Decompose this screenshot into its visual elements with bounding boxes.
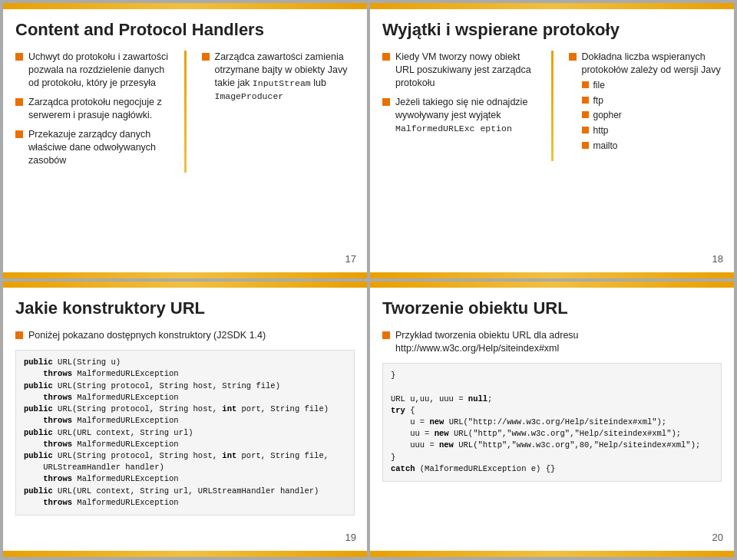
slide-18-col2: Dokładna liczba wspieranych protokołów z… <box>569 51 722 161</box>
slide-17-bullets-1: Uchwyt do protokołu i zawartości pozwala… <box>15 51 169 166</box>
list-item: http <box>582 125 622 137</box>
bullet-text: Przekazuje zarządcy danych właściwe dane… <box>28 128 169 167</box>
header-bar-19 <box>3 282 367 288</box>
slide-19-desc: Poniżej pokazano dostępnych konstruktory… <box>15 329 355 342</box>
bullet-icon <box>382 98 390 106</box>
bullet-text: Zarządca zawartości zamienia otrzymane b… <box>215 51 355 103</box>
list-item: Przykład tworzenia obiektu URL dla adres… <box>382 329 722 355</box>
bullet-icon <box>15 130 23 138</box>
bullet-text: Dokładna liczba wspieranych protokołów z… <box>582 51 722 77</box>
bullet-icon <box>582 127 589 133</box>
bullet-icon <box>382 331 390 339</box>
slide-18-title: Wyjątki i wspierane protokoły <box>382 20 722 40</box>
col-divider <box>551 51 554 161</box>
slide-18-cols: Kiedy VM tworzy nowy obiekt URL poszukiw… <box>382 51 722 161</box>
slide-grid: Content and Protocol Handlers Uchwyt do … <box>0 0 737 560</box>
footer-bar-17 <box>3 272 367 278</box>
bullet-icon <box>15 53 23 61</box>
slide-18: Wyjątki i wspierane protokoły Kiedy VM t… <box>370 3 734 278</box>
slide-17-title: Content and Protocol Handlers <box>15 20 355 40</box>
list-item: Dokładna liczba wspieranych protokołów z… <box>569 51 722 155</box>
list-item: Kiedy VM tworzy nowy obiekt URL poszukiw… <box>382 51 536 90</box>
slide-17-col1: Uchwyt do protokołu i zawartości pozwala… <box>15 51 169 173</box>
slide-20-code: } URL u,uu, uuu = null; try { u = new UR… <box>382 363 722 482</box>
list-item: Poniżej pokazano dostępnych konstruktory… <box>15 329 355 342</box>
footer-bar-19 <box>3 551 367 557</box>
bullet-icon <box>582 142 589 149</box>
list-item: Przekazuje zarządcy danych właściwe dane… <box>15 128 169 167</box>
protocol-item: file <box>593 80 605 92</box>
slide-19-number: 19 <box>345 532 356 543</box>
bullet-icon <box>582 81 589 88</box>
slide-19: Jakie konstruktory URL Poniżej pokazano … <box>3 282 367 557</box>
slide-17-content: Content and Protocol Handlers Uchwyt do … <box>3 9 367 272</box>
bullet-text: Kiedy VM tworzy nowy obiekt URL poszukiw… <box>395 51 536 90</box>
protocol-item: gopher <box>593 110 622 122</box>
protocol-item: ftp <box>593 95 603 107</box>
list-item: Zarządca zawartości zamienia otrzymane b… <box>202 51 355 103</box>
bullet-icon <box>202 53 210 61</box>
slide-17-bullets-2: Zarządca zawartości zamienia otrzymane b… <box>202 51 355 103</box>
list-item: ftp <box>582 95 622 107</box>
slide-18-bullets-2: Dokładna liczba wspieranych protokołów z… <box>569 51 722 155</box>
header-bar-18 <box>370 3 734 9</box>
bullet-icon <box>569 53 577 61</box>
bullet-icon <box>582 111 589 118</box>
header-bar-20 <box>370 282 734 288</box>
bullet-icon <box>15 331 23 339</box>
list-item: file <box>582 80 622 92</box>
slide-17-col2: Zarządca zawartości zamienia otrzymane b… <box>202 51 355 173</box>
slide-17: Content and Protocol Handlers Uchwyt do … <box>3 3 367 278</box>
protocol-item: mailto <box>593 140 618 153</box>
slide-19-title: Jakie konstruktory URL <box>15 298 355 318</box>
list-item: Uchwyt do protokołu i zawartości pozwala… <box>15 51 169 90</box>
bullet-icon <box>582 97 589 104</box>
slide-20-title: Tworzenie obiektu URL <box>382 298 722 318</box>
bullet-icon <box>382 53 390 61</box>
slide-19-content: Jakie konstruktory URL Poniżej pokazano … <box>3 288 367 551</box>
list-item: gopher <box>582 110 622 122</box>
slide-18-col1: Kiedy VM tworzy nowy obiekt URL poszukiw… <box>382 51 536 161</box>
list-item: Jeżeli takiego się nie odnajdzie wywoływ… <box>382 96 536 135</box>
slide-18-content: Wyjątki i wspierane protokoły Kiedy VM t… <box>370 9 734 272</box>
bullet-text: Jeżeli takiego się nie odnajdzie wywoływ… <box>395 96 536 135</box>
list-item: mailto <box>582 140 622 153</box>
bullet-text: Zarządca protokołu negocjuje z serwerem … <box>28 96 169 122</box>
bullet-icon <box>15 98 23 106</box>
bullet-text: Przykład tworzenia obiektu URL dla adres… <box>395 329 722 355</box>
list-item: Zarządca protokołu negocjuje z serwerem … <box>15 96 169 122</box>
bullet-text: Poniżej pokazano dostępnych konstruktory… <box>28 329 266 342</box>
slide-20-desc: Przykład tworzenia obiektu URL dla adres… <box>382 329 722 355</box>
protocol-list: file ftp gopher <box>582 80 622 155</box>
slide-20: Tworzenie obiektu URL Przykład tworzenia… <box>370 282 734 557</box>
slide-17-number: 17 <box>345 253 356 265</box>
slide-20-content: Tworzenie obiektu URL Przykład tworzenia… <box>370 288 734 551</box>
bullet-text: Uchwyt do protokołu i zawartości pozwala… <box>28 51 169 90</box>
col-divider <box>184 51 187 173</box>
footer-bar-20 <box>370 551 734 557</box>
slide-17-cols: Uchwyt do protokołu i zawartości pozwala… <box>15 51 355 173</box>
header-bar-17 <box>3 3 367 9</box>
slide-18-number: 18 <box>712 253 723 265</box>
protocol-item: http <box>593 125 609 137</box>
slide-19-code: public URL(String u) throws MalformedURL… <box>15 350 355 516</box>
slide-20-number: 20 <box>712 532 723 543</box>
footer-bar-18 <box>370 272 734 278</box>
slide-18-bullets-1: Kiedy VM tworzy nowy obiekt URL poszukiw… <box>382 51 536 134</box>
